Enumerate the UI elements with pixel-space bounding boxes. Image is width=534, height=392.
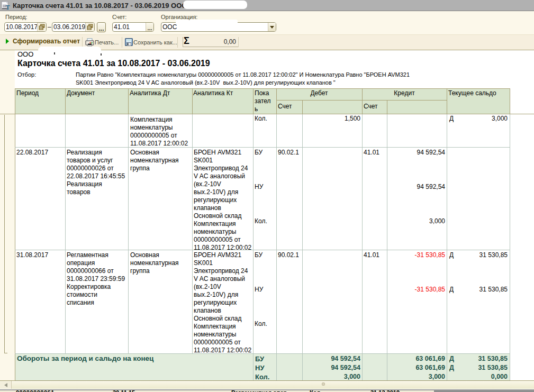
svg-text:T: T	[6, 4, 10, 10]
